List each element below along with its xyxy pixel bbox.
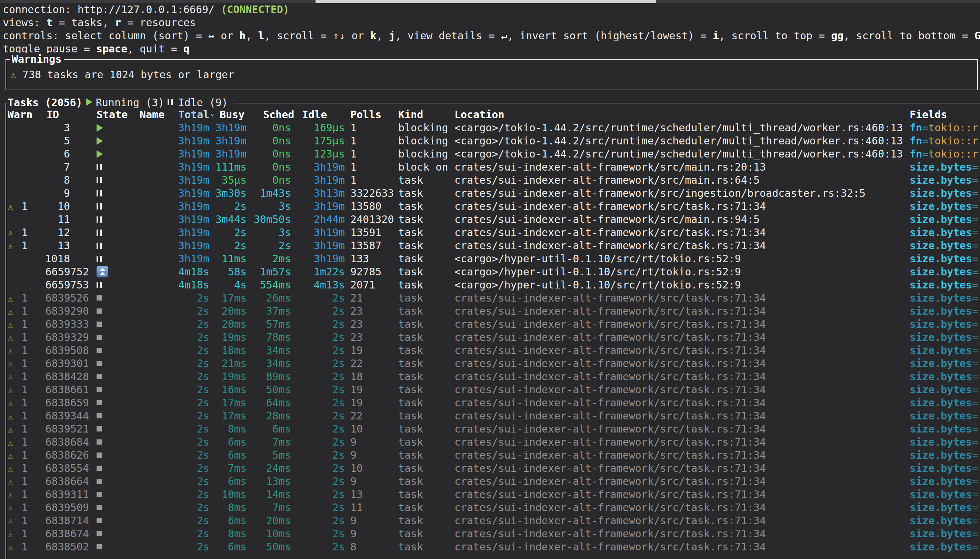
table-row[interactable]: 113h19m3m44s30m50s2h44m2401320taskcrates… (6, 213, 980, 226)
table-row[interactable]: ⚠168385542s7ms24ms2s10taskcrates/sui-ind… (6, 462, 980, 475)
table-row[interactable]: 63h19m3h19m0ns123µs1blocking<cargo>/toki… (6, 147, 980, 160)
busy-cell: 10ms (209, 488, 247, 501)
table-row[interactable]: ⚠1123h19m2s3s3h19m13591taskcrates/sui-in… (6, 226, 980, 239)
column-header-location[interactable]: Location (455, 108, 505, 121)
state-cell (89, 160, 152, 174)
polls-cell: 21 (345, 291, 397, 305)
table-row[interactable]: ⚠168393332s20ms57ms2s23taskcrates/sui-in… (6, 318, 980, 331)
polls-cell: 22 (345, 409, 397, 423)
task-id-cell: 6838659 (34, 396, 89, 410)
column-header-sched[interactable]: Sched (263, 108, 294, 121)
field-key: size.bytes (910, 528, 972, 540)
table-row[interactable]: 10183h19m11ms2ms3h19m133task<cargo>/hype… (6, 252, 980, 265)
column-header-state[interactable]: State (96, 108, 127, 121)
warn-count-cell: 1 (20, 501, 34, 514)
table-row[interactable]: ⚠168395262s17ms26ms2s21taskcrates/sui-in… (6, 291, 980, 305)
table-row[interactable]: ⚠168387142s6ms20ms2s9taskcrates/sui-inde… (6, 514, 980, 527)
table-row[interactable]: ⚠1133h19m2s2s3h19m13587taskcrates/sui-in… (6, 239, 980, 252)
column-header-id[interactable]: ID (46, 108, 59, 121)
field-key: size.bytes (910, 514, 972, 527)
warn-icon-cell (8, 160, 20, 174)
busy-cell: 11ms (209, 252, 247, 265)
table-row[interactable]: ⚠168384282s19ms89ms2s18taskcrates/sui-in… (6, 370, 980, 383)
polls-cell: 9 (345, 436, 397, 449)
table-row[interactable]: ⚠168393112s10ms14ms2s13taskcrates/sui-in… (6, 488, 980, 501)
busy-cell: 21ms (209, 357, 247, 370)
duration-value: 3h19m (314, 161, 345, 173)
key-hint: t (46, 17, 52, 29)
column-header-total[interactable]: Total (178, 108, 209, 121)
busy-cell: 3m30s (209, 187, 247, 200)
busy-cell: 2s (209, 239, 247, 253)
state-cell (89, 226, 152, 240)
table-row[interactable]: ⚠168395082s18ms34ms2s19taskcrates/sui-in… (6, 344, 980, 357)
column-header-name[interactable]: Name (140, 108, 164, 121)
sched-cell: 1m57s (247, 265, 291, 278)
task-id-cell: 7 (34, 160, 89, 174)
table-row[interactable]: ⚠168393012s21ms34ms2s22taskcrates/sui-in… (6, 357, 980, 370)
table-row[interactable]: ⚠168386592s17ms64ms2s19taskcrates/sui-in… (6, 396, 980, 409)
table-row[interactable]: ⚠168386642s6ms13ms2s9taskcrates/sui-inde… (6, 475, 980, 488)
table-row[interactable]: ⚠168393292s19ms78ms2s23taskcrates/sui-in… (6, 331, 980, 344)
sched-cell: 5ms (247, 449, 291, 462)
table-row[interactable]: ⚠168386612s16ms50ms2s19taskcrates/sui-in… (6, 383, 980, 396)
table-row[interactable]: ⚠168386842s6ms7ms2s9taskcrates/sui-index… (6, 436, 980, 449)
column-header-warn[interactable]: Warn (8, 108, 32, 121)
table-row[interactable]: 66597534m18s4s554ms4m13s2071task<cargo>/… (6, 278, 980, 291)
kind-cell: task (397, 291, 455, 305)
table-row[interactable]: 33h19m3h19m0ns169µs1blocking<cargo>/toki… (6, 121, 980, 134)
task-id-cell: 5 (34, 134, 89, 147)
duration-value: 2s (197, 357, 209, 369)
field-equals: = (972, 475, 978, 487)
table-row[interactable]: ⚠168393442s17ms28ms2s22taskcrates/sui-in… (6, 409, 980, 423)
fields-cell: size.bytes= (910, 344, 980, 357)
column-header-fields[interactable]: Fields (910, 108, 947, 121)
field-key: size.bytes (910, 436, 972, 448)
field-key: size.bytes (910, 384, 972, 396)
duration-value: 58s (228, 266, 247, 278)
column-header-kind[interactable]: Kind (398, 108, 423, 121)
idle-cell: 2s (291, 449, 345, 462)
column-header-polls[interactable]: Polls (350, 108, 381, 121)
task-id-cell: 6838661 (34, 383, 89, 397)
fields-cell: size.bytes= (910, 462, 980, 475)
table-row[interactable]: 73h19m111ms0ns3h19m1block_oncrates/sui-i… (6, 160, 980, 174)
table-row[interactable]: 53h19m3h19m0ns175µs1blocking<cargo>/toki… (6, 134, 980, 147)
location-cell: <cargo>/tokio-1.44.2/src/runtime/schedul… (455, 134, 910, 147)
table-row[interactable]: 93h19m3m30s1m43s3h13m3322633taskcrates/s… (6, 187, 980, 200)
duration-value: 2s (197, 436, 209, 448)
task-id-cell: 11 (34, 213, 89, 226)
duration-value: 2s (197, 488, 209, 500)
warn-icon-cell (8, 147, 20, 160)
duration-value: 3h19m (178, 135, 209, 147)
column-header-idle[interactable]: Idle (302, 108, 327, 121)
table-row[interactable]: ⚠168386742s8ms10ms2s9taskcrates/sui-inde… (6, 527, 980, 541)
table-row[interactable]: ⚠168395212s8ms6ms2s10taskcrates/sui-inde… (6, 423, 980, 436)
duration-value: 2s (333, 423, 345, 435)
field-key: size.bytes (910, 187, 972, 199)
busy-cell: 4s (209, 278, 247, 291)
table-row[interactable]: ⚠168385022s6ms50ms2s8taskcrates/sui-inde… (6, 541, 980, 554)
table-row[interactable]: ⚠168386262s6ms5ms2s9taskcrates/sui-index… (6, 449, 980, 462)
busy-cell: 6ms (209, 514, 247, 528)
table-row[interactable]: ⚠1103h19m2s3s3h19m13580taskcrates/sui-in… (6, 200, 980, 213)
busy-cell: 7ms (209, 462, 247, 475)
table-row[interactable]: 66597524m18s58s1m57s1m22s92785task<cargo… (6, 265, 980, 278)
running-count: Running (3) (96, 96, 164, 109)
table-row[interactable]: 83h19m35µs0ns3h19m1taskcrates/sui-indexe… (6, 174, 980, 187)
column-header-busy[interactable]: Busy (220, 108, 245, 121)
field-equals: = (922, 135, 928, 147)
kind-cell: task (397, 462, 455, 475)
warning-triangle-icon: ⚠ (8, 463, 13, 474)
field-key: size.bytes (910, 501, 972, 514)
table-row[interactable]: ⚠168395092s8ms7ms2s11taskcrates/sui-inde… (6, 501, 980, 514)
running-state-icon (96, 137, 103, 145)
location-cell: crates/sui-indexer-alt-framework/src/tas… (455, 305, 910, 318)
table-row[interactable]: ⚠168392902s20ms37ms2s23taskcrates/sui-in… (6, 305, 980, 318)
state-cell (89, 121, 152, 134)
fields-cell: size.bytes= (910, 160, 980, 174)
duration-value: 4s (234, 279, 247, 291)
duration-value: 2s (279, 240, 291, 251)
task-id-cell: 6839509 (34, 501, 89, 514)
kind-cell: task (397, 488, 455, 501)
